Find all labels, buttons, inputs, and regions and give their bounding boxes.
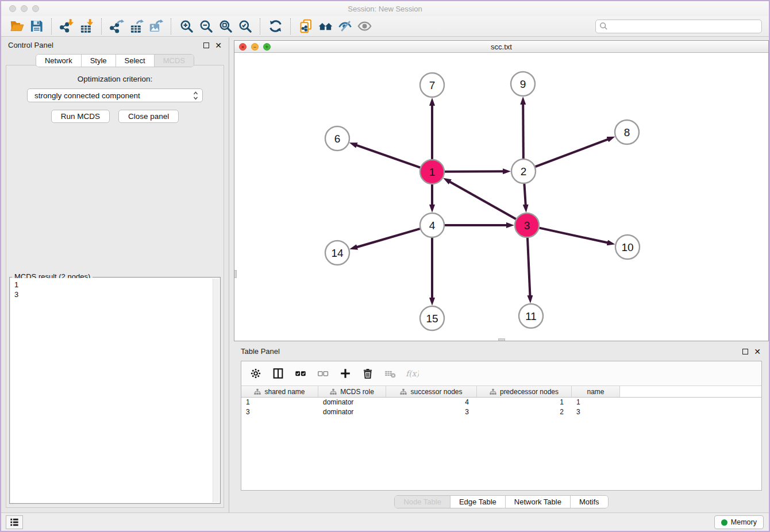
column-header-shared-name[interactable]: shared name <box>241 386 318 397</box>
toolbar-separator <box>51 18 52 34</box>
table-cell: 4 <box>386 398 477 407</box>
list-icon <box>9 516 20 528</box>
close-window-button[interactable] <box>9 5 16 12</box>
node-6[interactable]: 6 <box>325 126 349 151</box>
table-cell: dominator <box>318 398 386 407</box>
table-cell: 3 <box>386 407 477 417</box>
node-3[interactable]: 3 <box>515 213 539 237</box>
node-10[interactable]: 10 <box>615 235 640 259</box>
search-input[interactable] <box>595 20 762 33</box>
zoom-in-button[interactable] <box>176 18 196 35</box>
task-history-button[interactable] <box>6 515 23 529</box>
column-label: MCDS role <box>340 388 374 396</box>
table-cell: 1 <box>477 398 572 407</box>
trash-button[interactable] <box>361 367 374 380</box>
node-2[interactable]: 2 <box>511 159 536 183</box>
table-panel: Table Panel ✕ f(x) shared nameMCDS roles… <box>234 344 769 512</box>
column-header-MCDS-role[interactable]: MCDS role <box>318 386 386 397</box>
search-box <box>595 20 762 33</box>
table-row[interactable]: 1dominator411 <box>241 398 761 407</box>
import-table-button[interactable] <box>76 18 96 35</box>
edge-2-9[interactable] <box>523 104 523 159</box>
refresh-button[interactable] <box>265 18 285 35</box>
node-14[interactable]: 14 <box>325 241 349 265</box>
zoom-out-button[interactable] <box>196 18 215 35</box>
column-label: successor nodes <box>410 388 462 396</box>
close-panel-button[interactable]: Close panel <box>118 110 179 123</box>
optimization-select[interactable]: strongly connected component <box>27 88 203 102</box>
export-image-button[interactable] <box>146 18 165 35</box>
graphics-details-button[interactable] <box>335 18 355 35</box>
edge-2-8[interactable] <box>536 139 609 167</box>
column-button[interactable] <box>272 367 284 380</box>
table-row[interactable]: 3dominator323 <box>241 407 761 417</box>
node-4[interactable]: 4 <box>420 213 444 237</box>
zoom-selected-icon <box>237 18 253 34</box>
tab-edge-table[interactable]: Edge Table <box>451 496 506 508</box>
column-header-name[interactable]: name <box>572 386 620 397</box>
edge-4-14[interactable] <box>357 229 420 247</box>
open-file-button[interactable] <box>7 18 26 35</box>
zoom-out-icon <box>198 18 214 34</box>
memory-label: Memory <box>731 518 757 526</box>
node-11[interactable]: 11 <box>519 304 543 328</box>
minimize-window-button[interactable] <box>21 5 28 12</box>
refresh-icon <box>268 18 283 34</box>
network-minimize-button[interactable]: − <box>251 43 259 51</box>
node-1[interactable]: 1 <box>420 160 444 184</box>
run-mcds-button[interactable]: Run MCDS <box>51 110 110 123</box>
save-session-button[interactable] <box>26 18 46 35</box>
import-network-button[interactable] <box>57 18 76 35</box>
mcds-result-list[interactable]: 13 <box>10 278 220 503</box>
tab-motifs[interactable]: Motifs <box>571 496 608 508</box>
float-panel-icon[interactable] <box>203 43 209 48</box>
splitter-handle-vertical[interactable] <box>234 270 237 278</box>
window-controls <box>9 5 39 12</box>
tab-node-table[interactable]: Node Table <box>395 496 451 508</box>
node-label: 8 <box>624 126 630 138</box>
table-cell: 3 <box>572 407 620 417</box>
edge-1-6[interactable] <box>356 145 420 168</box>
network-canvas[interactable]: 7968124314101511 <box>234 53 768 341</box>
clone-network-button[interactable] <box>296 18 315 35</box>
node-15[interactable]: 15 <box>420 306 444 330</box>
tab-select[interactable]: Select <box>116 55 155 67</box>
zoom-selected-button[interactable] <box>235 18 255 35</box>
close-table-panel-icon[interactable]: ✕ <box>754 349 761 354</box>
splitter-handle-horizontal[interactable] <box>498 338 505 341</box>
edge-3-11[interactable] <box>528 238 530 296</box>
select-all-button[interactable] <box>294 367 307 380</box>
add-button[interactable] <box>339 367 352 380</box>
deselect-all-button[interactable] <box>317 367 329 380</box>
tab-style[interactable]: Style <box>82 55 116 67</box>
houses-button[interactable] <box>315 18 335 35</box>
eye-button[interactable] <box>355 18 374 35</box>
tab-network-table[interactable]: Network Table <box>506 496 571 508</box>
export-table-button[interactable] <box>126 18 146 35</box>
close-panel-icon[interactable]: ✕ <box>215 43 222 48</box>
edge-3-1[interactable] <box>449 182 515 219</box>
export-table-icon <box>129 18 144 34</box>
node-7[interactable]: 7 <box>420 73 444 97</box>
gear-button[interactable] <box>249 367 262 380</box>
float-table-panel-icon[interactable] <box>742 349 748 354</box>
node-9[interactable]: 9 <box>511 72 535 96</box>
column-header-predecessor-nodes[interactable]: predecessor nodes <box>477 386 572 397</box>
result-scrollbar[interactable] <box>213 279 219 502</box>
edge-1-2[interactable] <box>445 171 503 172</box>
node-8[interactable]: 8 <box>615 120 639 144</box>
column-header-successor-nodes[interactable]: successor nodes <box>386 386 477 397</box>
node-label: 9 <box>520 78 526 90</box>
network-maximize-button[interactable]: + <box>263 43 271 51</box>
tab-network[interactable]: Network <box>36 55 82 67</box>
edge-3-10[interactable] <box>539 228 607 243</box>
memory-button[interactable]: Memory <box>714 515 764 529</box>
export-network-button[interactable] <box>107 18 126 35</box>
edge-2-3[interactable] <box>524 184 525 205</box>
zoom-fit-button[interactable] <box>215 18 235 35</box>
control-panel-title: Control Panel <box>8 41 203 49</box>
tab-mcds[interactable]: MCDS <box>155 55 194 67</box>
maximize-window-button[interactable] <box>32 5 39 12</box>
network-close-button[interactable]: × <box>239 43 247 51</box>
window-titlebar: Session: New Session <box>1 1 769 16</box>
